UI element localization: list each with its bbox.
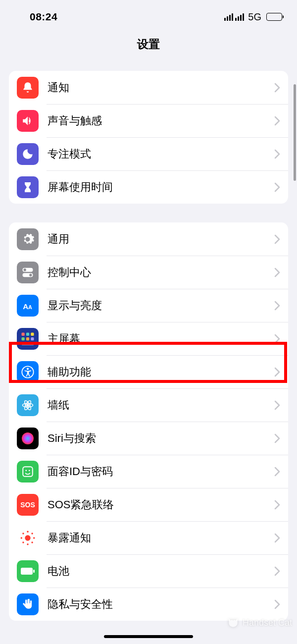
svg-text:SOS: SOS: [20, 501, 35, 509]
svg-point-1: [23, 268, 26, 271]
hourglass-icon: [17, 176, 39, 198]
chevron-right-icon: [274, 433, 280, 443]
cat-icon: [227, 616, 240, 629]
status-indicators: 5G: [224, 11, 282, 23]
speaker-icon: [17, 110, 39, 132]
svg-point-25: [27, 531, 28, 532]
settings-row-privacy[interactable]: 隐私与安全性: [9, 588, 288, 621]
svg-point-3: [29, 273, 32, 276]
face-icon: [17, 461, 39, 483]
chevron-right-icon: [274, 301, 280, 311]
flower-icon: [17, 394, 39, 416]
chevron-right-icon: [274, 367, 280, 377]
settings-row-focus[interactable]: 专注模式: [9, 137, 288, 170]
row-label: 声音与触感: [48, 113, 274, 128]
settings-row-screentime[interactable]: 屏幕使用时间: [9, 170, 288, 204]
row-label: 辅助功能: [48, 365, 274, 379]
home-indicator[interactable]: [104, 635, 193, 638]
gear-icon: [17, 228, 39, 250]
svg-rect-11: [31, 337, 34, 340]
svg-point-24: [25, 535, 30, 540]
svg-point-31: [22, 541, 24, 543]
status-bar: 08:24 5G: [0, 0, 297, 30]
hand-icon: [17, 593, 39, 615]
chevron-right-icon: [274, 149, 280, 159]
svg-rect-10: [26, 337, 29, 340]
svg-point-15: [26, 404, 29, 407]
signal-icon: [224, 13, 244, 21]
chevron-right-icon: [274, 182, 280, 192]
row-label: 墙纸: [48, 398, 274, 413]
svg-rect-9: [22, 337, 25, 340]
settings-row-battery[interactable]: 电池: [9, 554, 288, 588]
settings-row-faceid[interactable]: 面容ID与密码: [9, 455, 288, 488]
svg-point-27: [21, 537, 22, 538]
settings-row-sos[interactable]: SOSSOS紧急联络: [9, 488, 288, 521]
chevron-right-icon: [274, 268, 280, 277]
row-label: 电池: [48, 564, 274, 579]
text-size-icon: AA: [17, 295, 39, 317]
chevron-right-icon: [274, 83, 280, 93]
row-label: 面容ID与密码: [48, 464, 274, 479]
status-time: 08:24: [30, 11, 57, 23]
row-label: 主屏幕: [48, 331, 274, 346]
page-title: 设置: [0, 30, 297, 60]
watermark-text: Handset Cat: [243, 618, 292, 628]
settings-list: 通知声音与触感专注模式屏幕使用时间通用控制中心AA显示与亮度主屏幕辅助功能墙纸S…: [0, 71, 297, 621]
battery-icon: [17, 560, 39, 582]
svg-point-14: [27, 368, 29, 370]
scroll-indicator[interactable]: [294, 84, 296, 181]
svg-point-29: [22, 533, 24, 534]
settings-row-control-center[interactable]: 控制中心: [9, 256, 288, 289]
svg-rect-20: [23, 467, 33, 477]
network-label: 5G: [248, 11, 261, 23]
row-label: 显示与亮度: [48, 298, 274, 313]
settings-row-sounds[interactable]: 声音与触感: [9, 104, 288, 137]
chevron-right-icon: [274, 234, 280, 244]
svg-rect-8: [31, 332, 34, 335]
row-label: 控制中心: [48, 265, 274, 280]
chevron-right-icon: [274, 334, 280, 344]
settings-row-wallpaper[interactable]: 墙纸: [9, 388, 288, 422]
svg-text:A: A: [23, 302, 28, 310]
settings-row-accessibility[interactable]: 辅助功能: [9, 355, 288, 388]
row-label: 隐私与安全性: [48, 597, 274, 612]
row-label: SOS紧急联络: [48, 497, 274, 512]
accessibility-icon: [17, 361, 39, 383]
bell-icon: [17, 77, 39, 99]
svg-point-32: [31, 541, 33, 543]
row-label: Siri与搜索: [48, 431, 274, 446]
chevron-right-icon: [274, 599, 280, 609]
settings-row-siri[interactable]: Siri与搜索: [9, 422, 288, 455]
svg-point-28: [33, 537, 35, 538]
settings-row-exposure[interactable]: 暴露通知: [9, 521, 288, 554]
settings-row-display[interactable]: AA显示与亮度: [9, 289, 288, 322]
siri-icon: [17, 428, 39, 449]
chevron-right-icon: [274, 500, 280, 510]
svg-point-26: [27, 543, 28, 545]
svg-point-22: [29, 470, 30, 471]
chevron-right-icon: [274, 467, 280, 477]
svg-rect-12: [22, 342, 34, 345]
exposure-icon: [17, 527, 39, 549]
battery-icon: [266, 13, 282, 21]
watermark: Handset Cat: [227, 616, 292, 629]
toggles-icon: [17, 262, 39, 283]
chevron-right-icon: [274, 400, 280, 410]
settings-row-notifications[interactable]: 通知: [9, 71, 288, 104]
sos-icon: SOS: [17, 494, 39, 516]
svg-point-21: [25, 470, 27, 471]
settings-group: 通知声音与触感专注模式屏幕使用时间: [9, 71, 288, 204]
row-label: 通用: [48, 232, 274, 247]
settings-row-general[interactable]: 通用: [9, 222, 288, 256]
settings-row-home-screen[interactable]: 主屏幕: [9, 322, 288, 355]
svg-rect-7: [26, 332, 29, 335]
svg-rect-33: [21, 568, 33, 575]
row-label: 通知: [48, 80, 274, 95]
chevron-right-icon: [274, 116, 280, 126]
svg-text:A: A: [28, 304, 32, 310]
svg-rect-34: [33, 570, 35, 573]
settings-group: 通用控制中心AA显示与亮度主屏幕辅助功能墙纸Siri与搜索面容ID与密码SOSS…: [9, 222, 288, 621]
svg-point-19: [22, 432, 34, 444]
row-label: 专注模式: [48, 147, 274, 161]
